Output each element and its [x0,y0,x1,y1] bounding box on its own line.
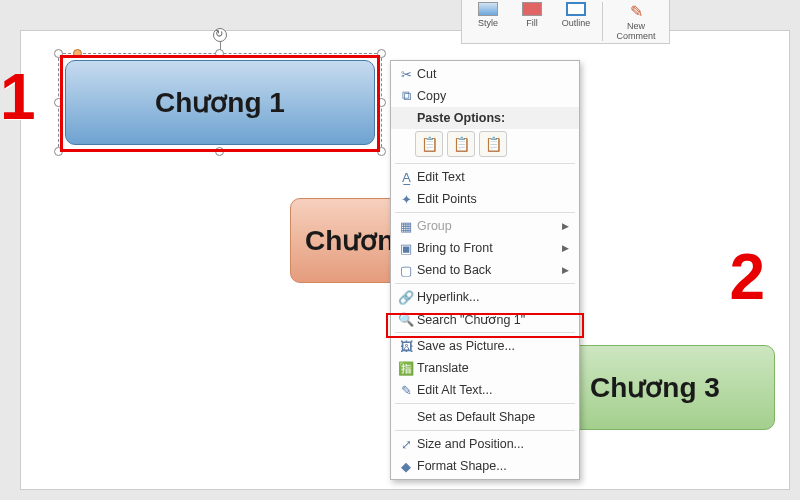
menu-edit-points[interactable]: ✦ Edit Points [391,188,579,210]
menu-group: ▦ Group ▶ [391,215,579,237]
edit-points-icon: ✦ [395,190,417,208]
copy-icon: ⧉ [395,87,417,105]
submenu-arrow-icon: ▶ [562,221,569,231]
paste-option-3[interactable]: 📋 [479,131,507,157]
group-icon: ▦ [395,217,417,235]
hyperlink-icon: 🔗 [395,288,417,306]
menu-copy[interactable]: ⧉ Copy [391,85,579,107]
outline-button[interactable]: Outline [554,2,598,41]
new-comment-label: New Comment [610,21,662,41]
annotation-number-1: 1 [0,60,36,134]
submenu-arrow-icon: ▶ [562,243,569,253]
submenu-arrow-icon: ▶ [562,265,569,275]
menu-edit-text[interactable]: A̲ Edit Text [391,166,579,188]
context-menu: ✂ Cut ⧉ Copy Paste Options: 📋 📋 📋 A̲ Edi… [390,60,580,480]
cut-icon: ✂ [395,65,417,83]
menu-cut[interactable]: ✂ Cut [391,63,579,85]
alt-text-icon: ✎ [395,381,417,399]
menu-send-back[interactable]: ▢ Send to Back ▶ [391,259,579,281]
search-icon: 🔍 [395,310,417,328]
menu-translate[interactable]: 🈯 Translate [391,357,579,379]
size-position-icon: ⤢ [395,435,417,453]
paste-option-1[interactable]: 📋 [415,131,443,157]
menu-search[interactable]: 🔍 Search "Chương 1" [391,308,579,330]
shape-1-text: Chương 1 [155,86,285,119]
send-back-icon: ▢ [395,261,417,279]
fill-label: Fill [513,18,551,28]
paste-option-2[interactable]: 📋 [447,131,475,157]
edit-text-icon: A̲ [395,168,417,186]
bring-front-icon: ▣ [395,239,417,257]
menu-paste-options-header: Paste Options: [391,107,579,129]
paste-options-row: 📋 📋 📋 [391,129,579,161]
fill-button[interactable]: Fill [510,2,554,41]
format-shape-icon: ◆ [395,457,417,475]
new-comment-button[interactable]: ✎ New Comment [607,2,665,41]
outline-label: Outline [557,18,595,28]
annotation-number-2: 2 [729,240,765,314]
style-button[interactable]: Style [466,2,510,41]
menu-format-shape[interactable]: ◆ Format Shape... [391,455,579,477]
menu-save-picture[interactable]: 🖼 Save as Picture... [391,335,579,357]
shape-chuong-1[interactable]: Chương 1 [65,60,375,145]
menu-bring-front[interactable]: ▣ Bring to Front ▶ [391,237,579,259]
menu-hyperlink[interactable]: 🔗 Hyperlink... [391,286,579,308]
translate-icon: 🈯 [395,359,417,377]
style-label: Style [469,18,507,28]
menu-size-position[interactable]: ⤢ Size and Position... [391,433,579,455]
save-picture-icon: 🖼 [395,337,417,355]
menu-set-default-shape[interactable]: Set as Default Shape [391,406,579,428]
shape-3-text: Chương 3 [590,371,720,404]
mini-toolbar: Style Fill Outline ✎ New Comment [461,0,670,44]
menu-edit-alt-text[interactable]: ✎ Edit Alt Text... [391,379,579,401]
